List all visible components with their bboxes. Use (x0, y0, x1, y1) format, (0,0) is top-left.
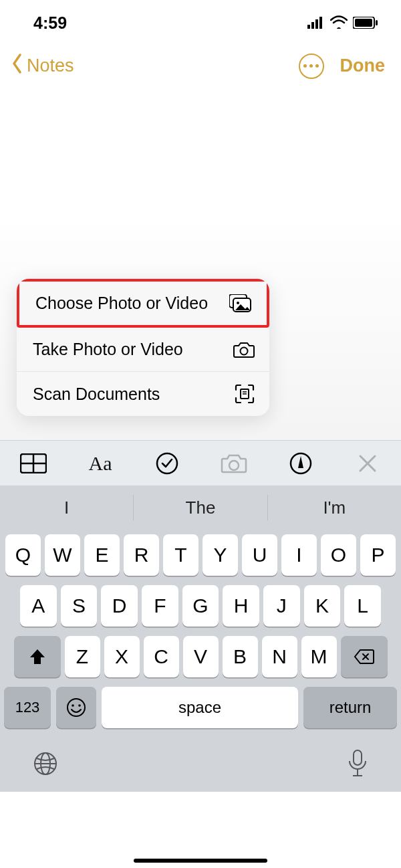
key-t[interactable]: T (163, 534, 198, 576)
globe-key[interactable] (32, 750, 59, 780)
menu-item-label: Choose Photo or Video (35, 294, 208, 313)
svg-rect-30 (354, 750, 362, 765)
key-y[interactable]: Y (203, 534, 238, 576)
key-z[interactable]: Z (65, 636, 100, 677)
backspace-key[interactable] (341, 636, 388, 677)
battery-icon (353, 13, 378, 33)
key-v[interactable]: V (183, 636, 219, 677)
svg-rect-6 (376, 20, 378, 25)
shift-key[interactable] (14, 636, 61, 677)
status-indicators (307, 13, 378, 33)
dot-icon (315, 64, 319, 68)
menu-choose-photo-video[interactable]: Choose Photo or Video (17, 279, 269, 328)
menu-scan-documents[interactable]: Scan Documents (17, 372, 269, 416)
svg-point-17 (157, 453, 177, 473)
svg-rect-5 (355, 19, 372, 27)
insert-menu-popup: Choose Photo or Video Take Photo or Vide… (17, 279, 269, 416)
key-b[interactable]: B (223, 636, 258, 677)
svg-point-26 (78, 704, 81, 707)
key-g[interactable]: G (182, 585, 219, 627)
close-toolbar-button[interactable] (354, 449, 382, 477)
svg-point-24 (68, 699, 85, 716)
note-formatting-toolbar: Aa (0, 440, 401, 485)
menu-item-label: Take Photo or Video (33, 340, 183, 359)
key-c[interactable]: C (144, 636, 179, 677)
key-n[interactable]: N (262, 636, 297, 677)
numbers-key[interactable]: 123 (4, 687, 51, 728)
status-time: 4:59 (33, 13, 67, 33)
svg-rect-2 (315, 19, 318, 29)
note-content-area[interactable]: Choose Photo or Video Take Photo or Vide… (0, 92, 401, 440)
done-button[interactable]: Done (340, 56, 386, 76)
table-button[interactable] (19, 449, 47, 477)
svg-rect-0 (307, 25, 310, 29)
key-d[interactable]: D (101, 585, 138, 627)
wifi-icon (330, 13, 348, 33)
key-l[interactable]: L (344, 585, 381, 627)
keyboard-row-1: Q W E R T Y U I O P (0, 530, 401, 580)
svg-point-25 (72, 704, 74, 707)
cellular-icon (307, 13, 325, 33)
return-key[interactable]: return (303, 687, 397, 728)
keyboard-row-2: A S D F G H J K L (0, 580, 401, 631)
predictive-bar: I The I'm (0, 485, 401, 530)
photo-library-icon (229, 294, 252, 313)
svg-point-10 (241, 347, 248, 354)
key-m[interactable]: M (301, 636, 337, 677)
space-key[interactable]: space (102, 687, 298, 728)
chevron-left-icon (8, 53, 27, 79)
svg-point-9 (237, 302, 239, 304)
camera-toolbar-button[interactable] (220, 449, 248, 477)
suggestion-1[interactable]: I (0, 498, 133, 518)
dot-icon (309, 64, 313, 68)
key-r[interactable]: R (124, 534, 159, 576)
svg-point-18 (229, 461, 239, 470)
key-k[interactable]: K (304, 585, 341, 627)
dictation-key[interactable] (346, 749, 369, 781)
svg-rect-1 (311, 22, 314, 29)
back-label: Notes (27, 56, 74, 76)
text-format-button[interactable]: Aa (86, 449, 114, 477)
key-p[interactable]: P (360, 534, 396, 576)
emoji-key[interactable] (56, 687, 96, 728)
key-h[interactable]: H (223, 585, 259, 627)
more-options-button[interactable] (299, 53, 324, 79)
key-w[interactable]: W (45, 534, 80, 576)
suggestion-3[interactable]: I'm (268, 498, 401, 518)
key-s[interactable]: S (61, 585, 98, 627)
key-x[interactable]: X (104, 636, 140, 677)
back-button[interactable]: Notes (8, 53, 74, 79)
keyboard: I The I'm Q W E R T Y U I O P A S D F G … (0, 485, 401, 792)
svg-rect-3 (319, 17, 322, 29)
keyboard-row-4: 123 space return (0, 682, 401, 733)
menu-item-label: Scan Documents (33, 385, 160, 404)
key-q[interactable]: Q (5, 534, 41, 576)
key-f[interactable]: F (142, 585, 178, 627)
home-indicator[interactable] (134, 859, 267, 863)
suggestion-2[interactable]: The (134, 498, 267, 518)
key-a[interactable]: A (20, 585, 57, 627)
key-j[interactable]: J (263, 585, 300, 627)
key-i[interactable]: I (281, 534, 317, 576)
key-e[interactable]: E (84, 534, 120, 576)
key-u[interactable]: U (242, 534, 277, 576)
keyboard-footer (0, 733, 401, 792)
camera-icon (233, 341, 255, 358)
dot-icon (303, 64, 307, 68)
keyboard-row-3: Z X C V B N M (0, 631, 401, 682)
checklist-button[interactable] (153, 449, 181, 477)
menu-take-photo-video[interactable]: Take Photo or Video (17, 328, 269, 372)
key-o[interactable]: O (321, 534, 356, 576)
draw-button[interactable] (287, 449, 315, 477)
scan-icon (235, 384, 255, 404)
navigation-bar: Notes Done (0, 39, 401, 92)
status-bar: 4:59 (0, 0, 401, 39)
